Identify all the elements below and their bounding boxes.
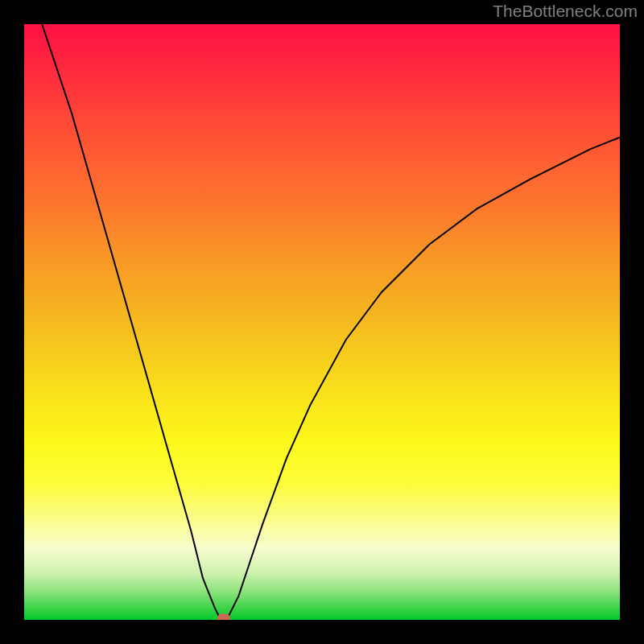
chart-svg (24, 24, 620, 620)
chart-container: TheBottleneck.com (0, 0, 644, 644)
right-branch-curve (227, 138, 620, 620)
optimal-point-marker (217, 614, 230, 621)
watermark-text: TheBottleneck.com (493, 2, 638, 21)
left-branch-curve (42, 24, 221, 620)
